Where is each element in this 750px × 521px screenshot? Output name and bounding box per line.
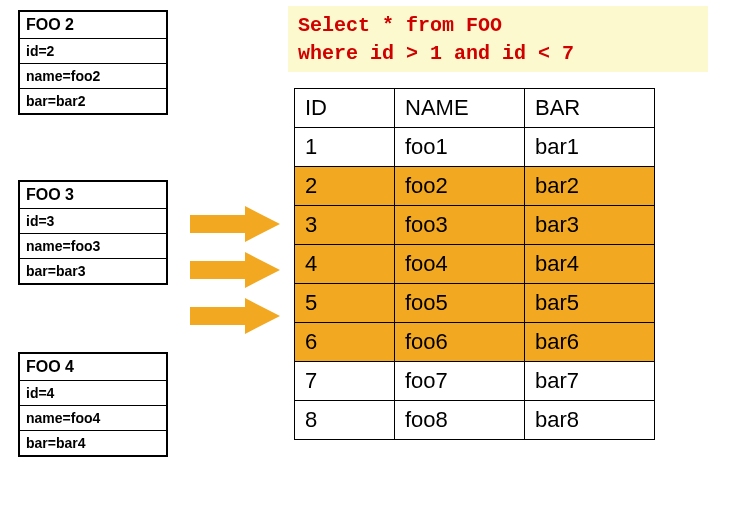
svg-marker-1 — [190, 252, 280, 288]
table-cell: bar7 — [525, 362, 655, 401]
record-title: FOO 4 — [20, 354, 166, 381]
table-cell: 5 — [295, 284, 395, 323]
record-field: bar=bar2 — [20, 89, 166, 113]
record-title: FOO 2 — [20, 12, 166, 39]
table-cell: foo1 — [395, 128, 525, 167]
arrow-right-icon — [190, 206, 280, 242]
table-cell: 6 — [295, 323, 395, 362]
table-cell: 2 — [295, 167, 395, 206]
record-field: id=4 — [20, 381, 166, 406]
table-row: 3foo3bar3 — [295, 206, 655, 245]
result-table: ID NAME BAR 1foo1bar12foo2bar23foo3bar34… — [294, 88, 655, 440]
table-cell: bar4 — [525, 245, 655, 284]
record-title: FOO 3 — [20, 182, 166, 209]
record-field: id=3 — [20, 209, 166, 234]
table-cell: foo2 — [395, 167, 525, 206]
sql-line-2: where id > 1 and id < 7 — [298, 42, 574, 65]
table-header: NAME — [395, 89, 525, 128]
table-cell: bar2 — [525, 167, 655, 206]
table-cell: 7 — [295, 362, 395, 401]
table-cell: bar1 — [525, 128, 655, 167]
table-cell: foo4 — [395, 245, 525, 284]
table-row: 8foo8bar8 — [295, 401, 655, 440]
sql-line-1: Select * from FOO — [298, 14, 502, 37]
record-card: FOO 3 id=3 name=foo3 bar=bar3 — [18, 180, 168, 285]
record-card: FOO 2 id=2 name=foo2 bar=bar2 — [18, 10, 168, 115]
sql-query-box: Select * from FOO where id > 1 and id < … — [288, 6, 708, 72]
table-row: 2foo2bar2 — [295, 167, 655, 206]
record-field: id=2 — [20, 39, 166, 64]
record-card: FOO 4 id=4 name=foo4 bar=bar4 — [18, 352, 168, 457]
record-field: name=foo4 — [20, 406, 166, 431]
table-cell: 8 — [295, 401, 395, 440]
record-field: name=foo2 — [20, 64, 166, 89]
table-cell: 3 — [295, 206, 395, 245]
table-row: 5foo5bar5 — [295, 284, 655, 323]
table-cell: foo5 — [395, 284, 525, 323]
table-row: 7foo7bar7 — [295, 362, 655, 401]
svg-marker-0 — [190, 206, 280, 242]
table-cell: foo8 — [395, 401, 525, 440]
table-cell: foo3 — [395, 206, 525, 245]
table-cell: foo6 — [395, 323, 525, 362]
table-header: ID — [295, 89, 395, 128]
table-header: BAR — [525, 89, 655, 128]
table-header-row: ID NAME BAR — [295, 89, 655, 128]
table-cell: bar6 — [525, 323, 655, 362]
table-row: 4foo4bar4 — [295, 245, 655, 284]
table-cell: 1 — [295, 128, 395, 167]
table-cell: bar5 — [525, 284, 655, 323]
record-field: name=foo3 — [20, 234, 166, 259]
record-field: bar=bar3 — [20, 259, 166, 283]
svg-marker-2 — [190, 298, 280, 334]
arrow-right-icon — [190, 298, 280, 334]
table-cell: 4 — [295, 245, 395, 284]
table-row: 1foo1bar1 — [295, 128, 655, 167]
record-field: bar=bar4 — [20, 431, 166, 455]
table-cell: bar8 — [525, 401, 655, 440]
table-cell: bar3 — [525, 206, 655, 245]
table-row: 6foo6bar6 — [295, 323, 655, 362]
arrow-right-icon — [190, 252, 280, 288]
table-body: 1foo1bar12foo2bar23foo3bar34foo4bar45foo… — [295, 128, 655, 440]
table-cell: foo7 — [395, 362, 525, 401]
sql-query-text: Select * from FOO where id > 1 and id < … — [298, 12, 698, 68]
